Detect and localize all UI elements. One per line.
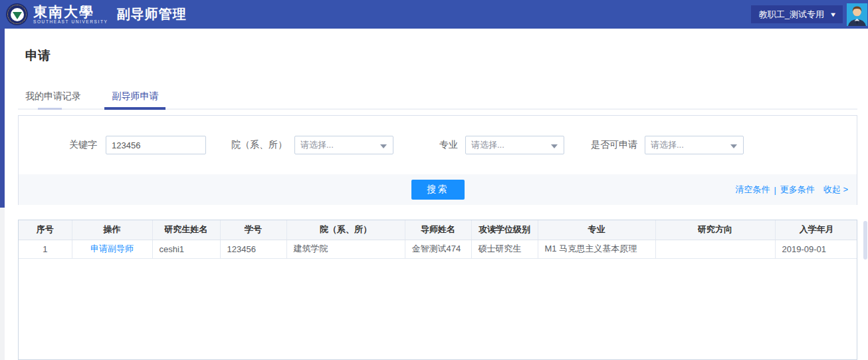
- col-header-student-name: 研究生姓名: [152, 220, 220, 240]
- filter-action-row: 搜索 清空条件 | 更多条件 收起 >: [19, 174, 857, 205]
- user-role-label: 教职工_测试专用: [759, 9, 824, 21]
- major-select[interactable]: 请选择...: [465, 136, 564, 154]
- tab-indicator: [38, 108, 62, 110]
- department-select[interactable]: 请选择...: [294, 136, 393, 154]
- col-header-index: 序号: [19, 220, 72, 240]
- can-apply-select-value: 请选择...: [651, 139, 684, 151]
- university-name-en: SOUTHEAST UNIVERSITY: [33, 20, 108, 25]
- can-apply-label: 是否可申请: [591, 139, 637, 151]
- app-title: 副导师管理: [116, 5, 186, 23]
- university-logo-icon: [6, 3, 28, 25]
- chevron-down-icon: [551, 144, 558, 148]
- results-table-container: 序号 操作 研究生姓名 学号 院（系、所） 导师姓名 攻读学位级别 专业 研究方…: [18, 220, 857, 360]
- col-header-department: 院（系、所）: [286, 220, 405, 240]
- page-title: 申请: [25, 47, 51, 65]
- tab-bar: 我的申请记录 副导师申请: [18, 85, 857, 110]
- col-header-operation: 操作: [72, 220, 152, 240]
- app-header: 東南大學 SOUTHEAST UNIVERSITY 副导师管理 教职工_测试专用…: [0, 0, 868, 29]
- chevron-down-icon: [730, 144, 737, 148]
- results-table: 序号 操作 研究生姓名 学号 院（系、所） 导师姓名 攻读学位级别 专业 研究方…: [19, 220, 857, 259]
- university-wordmark: 東南大學 SOUTHEAST UNIVERSITY: [33, 5, 108, 25]
- avatar[interactable]: [847, 3, 867, 26]
- more-conditions-link[interactable]: 更多条件: [780, 184, 815, 196]
- chevron-down-icon: ▼: [829, 11, 837, 18]
- cell-student-id: 123456: [220, 240, 286, 258]
- keyword-input[interactable]: [106, 136, 206, 154]
- right-scrollbar-thumb[interactable]: [863, 221, 867, 260]
- col-header-student-id: 学号: [220, 220, 286, 240]
- clear-conditions-link[interactable]: 清空条件: [735, 184, 770, 196]
- col-header-enrollment-date: 入学年月: [775, 220, 857, 240]
- collapse-link[interactable]: 收起 >: [823, 184, 848, 196]
- cell-supervisor-name: 金智测试474: [405, 240, 471, 258]
- search-button[interactable]: 搜索: [411, 180, 465, 200]
- col-header-research-direction: 研究方向: [655, 220, 775, 240]
- table-header-row: 序号 操作 研究生姓名 学号 院（系、所） 导师姓名 攻读学位级别 专业 研究方…: [19, 220, 857, 240]
- col-header-major: 专业: [538, 220, 655, 240]
- left-scrollbar-track: [0, 29, 5, 360]
- col-header-degree-level: 攻读学位级别: [471, 220, 538, 240]
- chevron-down-icon: [380, 144, 387, 148]
- filter-panel: 关键字 院（系、所） 请选择... 专业 请选择... 是否可申请 请选择...: [18, 115, 857, 205]
- department-label: 院（系、所）: [231, 139, 287, 151]
- cell-major: M1 马克思主义基本原理: [538, 240, 655, 258]
- keyword-label: 关键字: [69, 139, 97, 151]
- cell-enrollment-date: 2019-09-01: [775, 240, 857, 258]
- cell-degree-level: 硕士研究生: [471, 240, 538, 258]
- col-header-supervisor-name: 导师姓名: [405, 220, 471, 240]
- cell-department: 建筑学院: [286, 240, 405, 258]
- tab-my-application-records[interactable]: 我的申请记录: [18, 85, 88, 110]
- major-label: 专业: [439, 139, 458, 151]
- user-role-dropdown[interactable]: 教职工_测试专用 ▼: [751, 5, 843, 23]
- link-divider: |: [774, 185, 776, 195]
- tab-associate-supervisor-application[interactable]: 副导师申请: [104, 85, 165, 110]
- department-select-value: 请选择...: [300, 139, 334, 151]
- cell-index: 1: [19, 240, 72, 258]
- major-select-value: 请选择...: [471, 139, 504, 151]
- cell-student-name: ceshi1: [152, 240, 220, 258]
- left-scrollbar-thumb[interactable]: [0, 29, 5, 208]
- table-row: 1 申请副导师 ceshi1 123456 建筑学院 金智测试474 硕士研究生…: [19, 240, 857, 258]
- can-apply-select[interactable]: 请选择...: [645, 136, 744, 154]
- university-name-zh: 東南大學: [33, 5, 108, 19]
- cell-research-direction: [655, 240, 775, 258]
- apply-associate-supervisor-link[interactable]: 申请副导师: [90, 244, 134, 254]
